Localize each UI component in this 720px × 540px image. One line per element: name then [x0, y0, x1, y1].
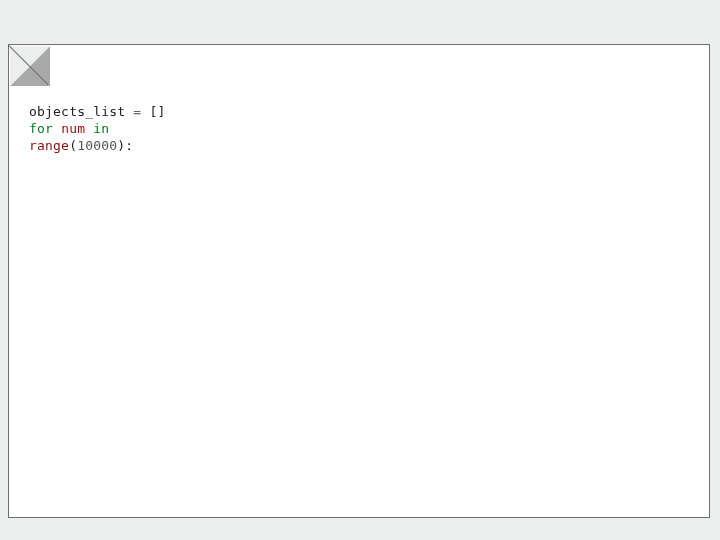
code-token-colon: : — [125, 138, 133, 153]
slide-wrap: objects_list = [] for num in range(10000… — [8, 0, 710, 518]
code-card: objects_list = [] for num in range(10000… — [8, 44, 710, 518]
code-token-keyword-in: in — [93, 121, 109, 136]
code-token-paren-open: ( — [69, 138, 77, 153]
code-token-operator: = — [133, 104, 141, 119]
code-token-identifier: objects_list — [29, 104, 125, 119]
code-token-builtin-range: range — [29, 138, 69, 153]
code-token-brackets: [] — [149, 104, 165, 119]
code-block: objects_list = [] for num in range(10000… — [29, 103, 689, 154]
code-token-identifier-num: num — [61, 121, 85, 136]
code-token-keyword-for: for — [29, 121, 53, 136]
code-token-number: 10000 — [77, 138, 117, 153]
